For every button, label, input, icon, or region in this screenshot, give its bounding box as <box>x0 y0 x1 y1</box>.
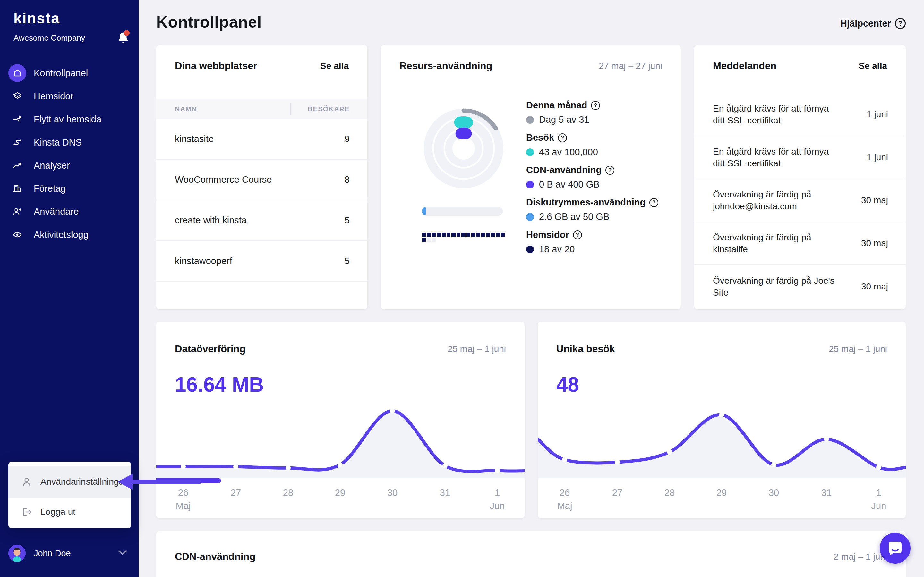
list-item[interactable]: Övervakning är färdig på kinstalife 30 m… <box>694 222 906 265</box>
site-slot-square <box>427 233 431 237</box>
transfer-date-range: 25 maj – 1 juni <box>447 344 506 354</box>
list-item[interactable]: Övervakning är färdig på Joe's Site 30 m… <box>694 265 906 308</box>
column-name: NAMN <box>175 105 290 113</box>
menu-item-label: Användarinställningar <box>40 477 127 487</box>
site-slot-square <box>491 233 495 237</box>
sidebar-item-foretag[interactable]: Företag <box>0 177 139 200</box>
sidebar-item-kinsta-dns[interactable]: Kinsta DNS <box>0 131 139 154</box>
site-slot-square <box>481 233 485 237</box>
table-row[interactable]: kinstawooperf 5 <box>156 241 367 282</box>
list-item[interactable]: Övervakning är färdig på johndoe@kinsta.… <box>694 179 906 222</box>
sidebar-item-anvandare[interactable]: Användare <box>0 200 139 223</box>
transfer-card-title: Dataöverföring <box>175 343 246 355</box>
help-icon[interactable]: ? <box>649 198 658 207</box>
site-slot-square <box>447 233 451 237</box>
visits-chart <box>538 394 906 484</box>
x-axis-tick: 31 <box>426 488 464 498</box>
analytics-icon <box>13 161 22 170</box>
helpcenter-button[interactable]: Hjälpcenter ? <box>840 18 906 29</box>
sidebar-nav: Kontrollpanel Hemsidor Flytt av hemsida … <box>0 61 139 246</box>
visits-card-title: Unika besök <box>556 343 615 355</box>
sites-card-title: Dina webbplatser <box>175 60 257 72</box>
help-icon[interactable]: ? <box>573 230 582 239</box>
sidebar-item-flytt-av-hemsida[interactable]: Flytt av hemsida <box>0 108 139 131</box>
gauge-cdn-arc <box>461 133 466 134</box>
menu-item-logout[interactable]: Logga ut <box>8 498 131 526</box>
site-slot-square <box>501 233 505 237</box>
site-slot-square <box>496 233 500 237</box>
layers-icon <box>13 91 22 101</box>
company-name: Awesome Company <box>13 33 85 43</box>
company-row: Awesome Company <box>13 31 129 45</box>
legend-dot <box>526 213 534 221</box>
column-divider <box>290 103 291 115</box>
visits-x-axis: 26Maj27282930311Jun <box>538 488 906 516</box>
kinsta-logo[interactable]: kinsta <box>13 10 60 27</box>
disk-usage-fill <box>422 207 426 216</box>
site-slot-square <box>486 233 490 237</box>
site-slot-square <box>422 237 426 242</box>
eye-icon <box>13 230 22 239</box>
user-account-button[interactable]: John Doe <box>0 538 139 568</box>
legend-this-month: Denna månad? Dag 5 av 31 <box>526 100 667 125</box>
site-slot-square <box>437 233 441 237</box>
sites-see-all-link[interactable]: Se alla <box>320 61 349 71</box>
help-icon[interactable]: ? <box>591 101 600 110</box>
sidebar-item-hemsidor[interactable]: Hemsidor <box>0 85 139 108</box>
x-axis-tick: 28 <box>650 488 689 498</box>
menu-item-user-settings[interactable]: Användarinställningar <box>8 466 131 498</box>
chat-icon <box>888 541 903 555</box>
messages-card-title: Meddelanden <box>713 60 776 72</box>
logout-icon <box>21 506 32 517</box>
legend-dot <box>526 116 534 124</box>
table-row[interactable]: create with kinsta 5 <box>156 200 367 241</box>
person-icon <box>21 476 32 487</box>
transfer-x-axis: 26Maj27282930311Jun <box>156 488 525 516</box>
x-axis-tick: 31 <box>807 488 846 498</box>
list-item[interactable]: En åtgärd krävs för att förnya ditt SSL-… <box>694 136 906 179</box>
help-icon[interactable]: ? <box>558 133 567 142</box>
disk-usage-bar <box>422 207 503 216</box>
notifications-button[interactable] <box>118 31 129 44</box>
x-axis-tick: 27 <box>216 488 255 498</box>
column-visitors: BESÖKARE <box>298 105 350 113</box>
site-slot-square <box>432 233 436 237</box>
x-axis-tick: 29 <box>702 488 741 498</box>
chart-scrollbar[interactable] <box>156 478 221 483</box>
help-icon: ? <box>895 18 906 29</box>
avatar <box>8 545 26 562</box>
table-row[interactable]: kinstasite 9 <box>156 119 367 160</box>
user-name: John Doe <box>34 548 118 558</box>
chevron-down-icon <box>118 550 127 557</box>
legend-disk: Diskutrymmes-användning? 2.6 GB av 50 GB <box>526 197 667 222</box>
site-slot-square <box>461 233 465 237</box>
data-transfer-card: Dataöverföring 25 maj – 1 juni 16.64 MB … <box>156 322 525 518</box>
cdn-usage-card: CDN-användning 2 maj – 1 juni <box>156 531 906 577</box>
site-slot-square <box>427 237 431 242</box>
x-axis-tick: 30 <box>373 488 412 498</box>
legend-dot <box>526 148 534 156</box>
visits-date-range: 25 maj – 1 juni <box>829 344 887 354</box>
sidebar-item-analyser[interactable]: Analyser <box>0 154 139 177</box>
x-axis-tick: 1Jun <box>478 488 517 511</box>
dns-icon <box>13 137 22 147</box>
help-icon[interactable]: ? <box>606 166 614 175</box>
sidebar-item-kontrollpanel[interactable]: Kontrollpanel <box>0 61 139 85</box>
site-slot-square <box>432 237 436 242</box>
x-axis-tick: 1Jun <box>859 488 898 511</box>
list-item[interactable]: En åtgärd krävs för att förnya ditt SSL-… <box>694 93 906 136</box>
transfer-total: 16.64 MB <box>175 373 264 396</box>
cdn-card-title: CDN-användning <box>175 551 255 562</box>
messages-see-all-link[interactable]: Se alla <box>859 61 887 71</box>
x-axis-tick: 28 <box>269 488 307 498</box>
sidebar-item-aktivitetslogg[interactable]: Aktivitetslogg <box>0 223 139 246</box>
site-slot-square <box>422 233 426 237</box>
resources-card-title: Resurs-användning <box>399 60 492 72</box>
legend-cdn: CDN-användning? 0 B av 400 GB <box>526 165 667 190</box>
sites-usage-squares <box>422 233 506 242</box>
chat-launcher-button[interactable] <box>880 533 911 564</box>
table-row[interactable]: WooCommerce Course 8 <box>156 160 367 200</box>
user-plus-icon <box>13 207 22 216</box>
x-axis-tick: 27 <box>598 488 636 498</box>
legend-sites: Hemsidor? 18 av 20 <box>526 229 667 255</box>
